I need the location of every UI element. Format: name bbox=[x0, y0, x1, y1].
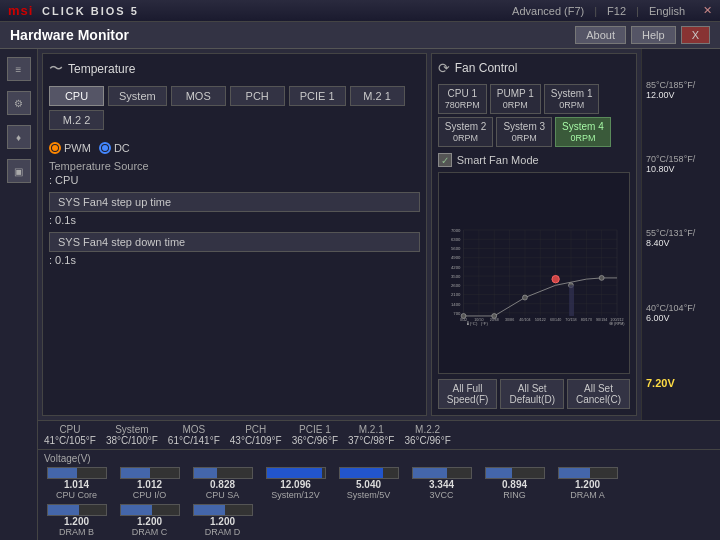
smart-fan-label: Smart Fan Mode bbox=[457, 154, 539, 166]
voltage-dram-b-name: DRAM B bbox=[59, 527, 94, 537]
svg-point-47 bbox=[599, 275, 604, 280]
fan-btn-pump1[interactable]: PUMP 10RPM bbox=[490, 84, 541, 114]
voltage-dram-b: 1.200 DRAM B bbox=[44, 504, 109, 537]
chart-container[interactable]: 7000 6300 5600 4900 4200 3500 2600 2100 … bbox=[438, 172, 630, 374]
svg-text:5600: 5600 bbox=[451, 246, 461, 251]
full-speed-btn[interactable]: All Full Speed(F) bbox=[438, 379, 498, 409]
sidebar-icon-2[interactable]: ⚙ bbox=[7, 91, 31, 115]
temp-icon: 〜 bbox=[49, 60, 63, 78]
voltage-sys5v: 5.040 System/5V bbox=[336, 467, 401, 500]
dc-label: DC bbox=[114, 142, 130, 154]
dc-radio[interactable]: DC bbox=[99, 142, 130, 154]
window-title: Hardware Monitor bbox=[10, 27, 129, 43]
main-content: ≡ ⚙ ♦ ▣ 〜 Temperature CPU System bbox=[0, 49, 720, 540]
status-pcie1-value: 36°C/96°F bbox=[292, 435, 338, 446]
temp-btn-m22[interactable]: M.2 2 bbox=[49, 110, 104, 130]
status-system: System 38°C/100°F bbox=[106, 424, 158, 446]
svg-text:700: 700 bbox=[453, 311, 461, 316]
voltage-cpu-io: 1.012 CPU I/O bbox=[117, 467, 182, 500]
fan-btn-sys4[interactable]: System 40RPM bbox=[555, 117, 611, 147]
status-m21-label: M.2.1 bbox=[359, 424, 384, 435]
voltage-dram-a: 1.200 DRAM A bbox=[555, 467, 620, 500]
svg-text:⊛: ⊛ bbox=[609, 321, 613, 326]
temp-btn-system[interactable]: System bbox=[108, 86, 167, 106]
pwm-radio[interactable]: PWM bbox=[49, 142, 91, 154]
nav-f12[interactable]: F12 bbox=[607, 5, 626, 17]
step-down-value: : 0.1s bbox=[49, 254, 420, 266]
voltage-label-1: 85°C/185°F/ 12.00V bbox=[646, 80, 716, 100]
voltage-dram-c: 1.200 DRAM C bbox=[117, 504, 182, 537]
voltage-sys12v: 12.096 System/12V bbox=[263, 467, 328, 500]
pwm-radio-circle bbox=[49, 142, 61, 154]
step-down-btn[interactable]: SYS Fan4 step down time bbox=[49, 232, 420, 252]
voltage-sys12v-name: System/12V bbox=[271, 490, 320, 500]
status-m21: M.2.1 37°C/98°F bbox=[348, 424, 394, 446]
nav-advanced[interactable]: Advanced (F7) bbox=[512, 5, 584, 17]
sidebar-icon-4[interactable]: ▣ bbox=[7, 159, 31, 183]
temp-btn-cpu[interactable]: CPU bbox=[49, 86, 104, 106]
voltage-cpu-core-name: CPU Core bbox=[56, 490, 97, 500]
voltage-dram-b-fill bbox=[48, 505, 80, 515]
voltage-dram-d-fill bbox=[194, 505, 226, 515]
svg-text:80/170: 80/170 bbox=[580, 318, 591, 322]
nav-language[interactable]: English bbox=[649, 5, 685, 17]
fan-btn-cpu1[interactable]: CPU 1780RPM bbox=[438, 84, 487, 114]
voltage-cpu-io-name: CPU I/O bbox=[133, 490, 167, 500]
status-cpu-value: 41°C/105°F bbox=[44, 435, 96, 446]
temp-btn-pcie1[interactable]: PCIE 1 bbox=[289, 86, 346, 106]
sidebar-icon-3[interactable]: ♦ bbox=[7, 125, 31, 149]
step-up-btn[interactable]: SYS Fan4 step up time bbox=[49, 192, 420, 212]
svg-text:(°F): (°F) bbox=[480, 321, 488, 326]
temp-btn-m21[interactable]: M.2 1 bbox=[350, 86, 405, 106]
status-m21-value: 37°C/98°F bbox=[348, 435, 394, 446]
temp-btn-mos[interactable]: MOS bbox=[171, 86, 226, 106]
svg-text:6300: 6300 bbox=[451, 237, 461, 242]
voltage-cpu-core: 1.014 CPU Core bbox=[44, 467, 109, 500]
voltage-label-4: 40°C/104°F/ 6.00V bbox=[646, 303, 716, 323]
step-up-value: : 0.1s bbox=[49, 214, 420, 226]
temperature-header: 〜 Temperature bbox=[49, 60, 420, 78]
voltage-current: 7.20V bbox=[646, 377, 716, 389]
svg-text:(RPM): (RPM) bbox=[614, 322, 625, 326]
voltage-dram-b-bar bbox=[47, 504, 107, 516]
help-button[interactable]: Help bbox=[631, 26, 676, 44]
temperature-panel: 〜 Temperature CPU System MOS PCH PCIE 1 … bbox=[42, 53, 427, 416]
about-button[interactable]: About bbox=[575, 26, 626, 44]
svg-text:4200: 4200 bbox=[451, 265, 461, 270]
svg-text:90/194: 90/194 bbox=[596, 318, 607, 322]
set-default-btn[interactable]: All Set Default(D) bbox=[500, 379, 564, 409]
svg-text:2100: 2100 bbox=[451, 292, 461, 297]
temp-btn-pch[interactable]: PCH bbox=[230, 86, 285, 106]
window-close-button[interactable]: X bbox=[681, 26, 710, 44]
pwm-label: PWM bbox=[64, 142, 91, 154]
voltage-3vcc-bar bbox=[412, 467, 472, 479]
set-cancel-btn[interactable]: All Set Cancel(C) bbox=[567, 379, 630, 409]
sidebar-icon-1[interactable]: ≡ bbox=[7, 57, 31, 81]
voltage-cpu-io-val: 1.012 bbox=[137, 479, 162, 490]
temp-selector: CPU System MOS PCH PCIE 1 M.2 1 M.2 2 bbox=[49, 86, 420, 130]
voltage-cpu-io-bar bbox=[120, 467, 180, 479]
fan-btn-sys2[interactable]: System 20RPM bbox=[438, 117, 494, 147]
fan-btn-sys1[interactable]: System 10RPM bbox=[544, 84, 600, 114]
nav-close[interactable]: ✕ bbox=[703, 4, 712, 17]
svg-point-42 bbox=[461, 314, 466, 319]
status-mos-value: 61°C/141°F bbox=[168, 435, 220, 446]
fan-chart: 7000 6300 5600 4900 4200 3500 2600 2100 … bbox=[439, 173, 629, 373]
voltage-cpu-core-fill bbox=[48, 468, 77, 478]
voltage-label-3: 55°C/131°F/ 8.40V bbox=[646, 228, 716, 248]
voltage-ring-val: 0.894 bbox=[502, 479, 527, 490]
svg-text:1400: 1400 bbox=[451, 302, 461, 307]
smart-fan-checkbox[interactable] bbox=[438, 153, 452, 167]
fan-btn-sys3[interactable]: System 30RPM bbox=[496, 117, 552, 147]
voltage-sys5v-fill bbox=[340, 468, 384, 478]
voltage-dram-a-fill bbox=[559, 468, 591, 478]
status-mos-label: MOS bbox=[182, 424, 205, 435]
voltage-cpu-core-bar bbox=[47, 467, 107, 479]
status-bar: CPU 41°C/105°F System 38°C/100°F MOS 61°… bbox=[38, 420, 720, 449]
svg-rect-48 bbox=[569, 285, 574, 316]
voltage-dram-d-bar bbox=[193, 504, 253, 516]
temperature-title: Temperature bbox=[68, 62, 135, 76]
voltage-row-2: 1.200 DRAM B 1.200 DRAM C bbox=[44, 504, 714, 537]
voltage-label-2: 70°C/158°F/ 10.80V bbox=[646, 154, 716, 174]
status-m22: M.2.2 36°C/96°F bbox=[404, 424, 450, 446]
